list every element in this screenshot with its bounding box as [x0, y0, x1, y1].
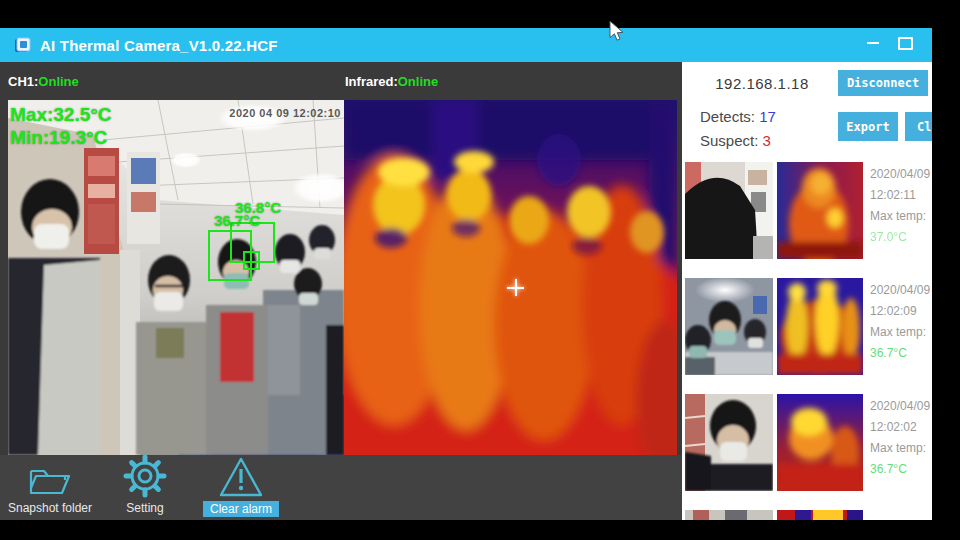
entry-date: 2020/04/09 — [870, 280, 930, 301]
maximize-icon — [898, 37, 913, 50]
entry-date: 2020/04/09 — [870, 396, 930, 417]
suspect-stat: Suspect: 3 — [700, 132, 771, 149]
window-title: AI Thermal Camera_V1.0.22.HCF — [40, 37, 278, 54]
minimize-icon — [867, 42, 879, 44]
entry-photo-thumbnail[interactable] — [685, 510, 773, 520]
clear-button[interactable]: Clear — [905, 112, 932, 141]
snapshot-folder-label: Snapshot folder — [8, 501, 92, 515]
clear-alarm-label: Clear alarm — [203, 501, 279, 517]
entry-photo-thumbnail[interactable] — [685, 162, 773, 259]
bottom-toolbar: Snapshot folder Setting — [0, 455, 682, 520]
face-detection-box-3 — [243, 251, 260, 270]
setting-icon — [122, 455, 168, 499]
setting-label: Setting — [126, 501, 163, 515]
detection-entry: 2020/04/09 12:02:11 Max temp: 37.0°C — [682, 162, 932, 260]
entry-temp-value: 36.7°C — [870, 343, 930, 364]
detection-entry: 2020/04/09 12:02:09 Max temp: 36.7°C — [682, 278, 932, 376]
detection-panel: 192.168.1.18 Disconnect Detects: 17 Susp… — [682, 62, 932, 520]
clear-alarm-icon — [217, 455, 265, 499]
max-temp-overlay: Max:32.5°C — [10, 104, 112, 126]
mouse-cursor — [609, 20, 626, 47]
screen: AI Thermal Camera_V1.0.22.HCF CH1:Online… — [0, 0, 960, 540]
export-button[interactable]: Export — [838, 112, 898, 141]
entry-info: 2020/04/09 12:02:09 Max temp: 36.7°C — [870, 280, 930, 364]
clear-alarm-button[interactable]: Clear alarm — [186, 455, 296, 520]
entry-info: 2020/04/09 12:02:02 Max temp: 36.7°C — [870, 396, 930, 480]
infrared-video-feed — [344, 100, 677, 455]
ip-address: 192.168.1.18 — [682, 75, 842, 92]
ch1-online-value: Online — [38, 74, 78, 89]
snapshot-folder-icon — [27, 455, 73, 499]
minimize-button[interactable] — [858, 28, 888, 58]
entry-temp-value: 37.0°C — [870, 227, 930, 248]
disconnect-button[interactable]: Disconnect — [838, 70, 928, 96]
entry-temp-label: Max temp: — [870, 206, 930, 227]
visible-video-feed: Max:32.5°C Min:19.3°C 2020 04 09 12:02:1… — [8, 100, 344, 455]
entry-thermal-thumbnail[interactable] — [777, 162, 863, 259]
setting-button[interactable]: Setting — [90, 455, 200, 520]
detects-value: 17 — [759, 108, 776, 125]
detects-stat: Detects: 17 — [700, 108, 776, 125]
entry-temp-label: Max temp: — [870, 322, 930, 343]
entry-info: 2020/04/09 12:02:11 Max temp: 37.0°C — [870, 164, 930, 248]
entry-time: 12:02:09 — [870, 301, 930, 322]
maximize-button[interactable] — [890, 28, 920, 58]
min-temp-overlay: Min:19.3°C — [10, 127, 107, 149]
entry-thermal-thumbnail[interactable] — [777, 510, 863, 520]
ch1-status: CH1:Online — [8, 74, 79, 89]
entry-thermal-thumbnail[interactable] — [777, 278, 863, 375]
entry-date: 2020/04/09 — [870, 164, 930, 185]
entry-thermal-thumbnail[interactable] — [777, 394, 863, 491]
crosshair-icon — [507, 279, 524, 296]
status-row: CH1:Online Infrared:Online — [0, 62, 682, 100]
detection-entry-partial — [682, 510, 932, 520]
entry-photo-thumbnail[interactable] — [685, 394, 773, 491]
app-icon — [14, 37, 31, 54]
face-temp-label-1: 36.8°C — [235, 199, 281, 216]
titlebar[interactable]: AI Thermal Camera_V1.0.22.HCF — [0, 28, 932, 62]
app-window: AI Thermal Camera_V1.0.22.HCF CH1:Online… — [0, 28, 932, 520]
entry-time: 12:02:02 — [870, 417, 930, 438]
suspect-value: 3 — [763, 132, 771, 149]
entry-time: 12:02:11 — [870, 185, 930, 206]
entry-photo-thumbnail[interactable] — [685, 278, 773, 375]
detection-entry: 2020/04/09 12:02:02 Max temp: 36.7°C — [682, 394, 932, 492]
video-timestamp: 2020 04 09 12:02:10 — [229, 107, 341, 119]
infrared-online-value: Online — [398, 74, 438, 89]
infrared-status: Infrared:Online — [345, 74, 438, 89]
entry-temp-value: 36.7°C — [870, 459, 930, 480]
entry-temp-label: Max temp: — [870, 438, 930, 459]
